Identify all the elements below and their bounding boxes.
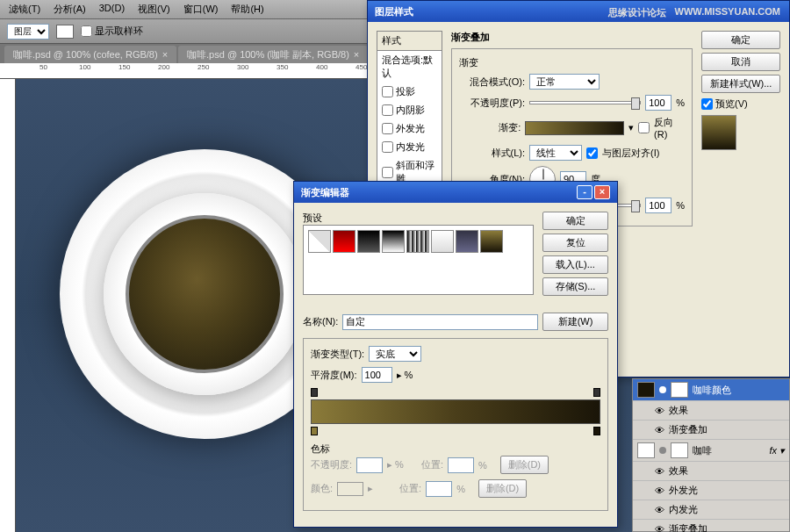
coffee-surface: [126, 215, 284, 373]
menu-window[interactable]: 窗口(W): [183, 3, 219, 16]
fx-row[interactable]: 👁 效果: [633, 462, 789, 481]
layer-coffee[interactable]: 咖啡 fx ▾: [633, 440, 789, 462]
stop-opacity-input: [356, 457, 383, 473]
preset-swatch[interactable]: [357, 230, 380, 253]
cancel-button[interactable]: 取消: [701, 53, 780, 71]
fx-badge[interactable]: fx ▾: [769, 445, 785, 457]
opacity-slider[interactable]: [529, 101, 641, 104]
preview-swatch: [701, 115, 736, 150]
opacity-stop[interactable]: [311, 388, 318, 397]
ge-reset-button[interactable]: 复位: [542, 234, 608, 252]
link-icon: [659, 447, 666, 454]
dropper-icon[interactable]: [56, 25, 74, 39]
scale-input[interactable]: [645, 198, 672, 213]
gradient-bar[interactable]: [311, 399, 600, 424]
fx-inner-glow[interactable]: 👁 内发光: [633, 500, 789, 520]
stop-color-swatch: [337, 482, 363, 496]
menu-help[interactable]: 帮助(H): [231, 3, 263, 16]
gradient-editor-titlebar[interactable]: 渐变编辑器 -×: [294, 182, 617, 203]
color-stop[interactable]: [593, 427, 600, 435]
delete-stop-button: 删除(D): [500, 456, 549, 474]
close-icon[interactable]: ×: [162, 49, 168, 60]
ge-load-button[interactable]: 载入(L)...: [542, 255, 608, 274]
gradient-name-input[interactable]: [342, 314, 538, 330]
tab-doc2[interactable]: 咖啡.psd @ 100% (咖啡 副本, RGB/8)×: [178, 46, 368, 63]
fx-outer-glow[interactable]: 👁 外发光: [633, 481, 789, 500]
menu-3d[interactable]: 3D(D): [99, 3, 125, 16]
show-sample-ring[interactable]: 显示取样环: [81, 25, 143, 38]
opacity-input[interactable]: [645, 95, 672, 111]
gradient-style-select[interactable]: 线性: [529, 145, 582, 161]
layer-thumb-icon: [637, 442, 655, 458]
ge-new-button[interactable]: 新建(W): [542, 313, 608, 331]
style-outer-glow[interactable]: 外发光: [377, 119, 442, 138]
stop-position-input: [448, 457, 474, 473]
minimize-icon[interactable]: -: [577, 185, 592, 199]
gradient-presets: [303, 225, 534, 295]
smoothness-input[interactable]: [362, 367, 392, 383]
tab-doc1[interactable]: 咖啡.psd @ 100% (cofee, RGB/8)×: [4, 46, 176, 63]
new-style-button[interactable]: 新建样式(W)...: [701, 75, 780, 93]
blend-mode-select[interactable]: 正常: [529, 74, 600, 90]
gradient-type-select[interactable]: 实底: [369, 346, 421, 362]
menu-filter[interactable]: 滤镜(T): [9, 3, 40, 16]
align-checkbox[interactable]: [586, 147, 598, 159]
ruler-vertical: [0, 79, 16, 532]
layers-panel: 咖啡颜色 👁 效果 👁 渐变叠加 咖啡 fx ▾ 👁 效果 👁 外发光 👁 内发…: [632, 378, 790, 532]
gradient-editor-dialog: 渐变编辑器 -× 预设 确定 复位 载入(L)...: [293, 181, 618, 528]
stop-position-input2: [426, 481, 452, 497]
preset-swatch[interactable]: [431, 230, 454, 253]
reverse-checkbox[interactable]: [638, 122, 650, 133]
close-icon[interactable]: ×: [594, 185, 610, 199]
preset-swatch[interactable]: [382, 230, 405, 253]
fx-gradient-overlay[interactable]: 👁 渐变叠加: [633, 421, 789, 440]
gradient-swatch[interactable]: [525, 121, 624, 135]
blend-options[interactable]: 混合选项:默认: [377, 51, 442, 83]
ge-ok-button[interactable]: 确定: [542, 212, 608, 230]
style-inner-shadow[interactable]: 内阴影: [377, 101, 442, 119]
layer-coffee-color[interactable]: 咖啡颜色: [633, 379, 789, 401]
preset-swatch[interactable]: [308, 230, 331, 253]
style-drop-shadow[interactable]: 投影: [377, 83, 442, 101]
color-stop[interactable]: [311, 427, 318, 435]
close-icon[interactable]: ×: [354, 49, 359, 60]
layer-select[interactable]: 图层: [7, 24, 49, 40]
mask-thumb-icon: [671, 442, 688, 458]
sample-ring-checkbox[interactable]: [81, 25, 92, 37]
delete-stop-button2: 删除(D): [478, 479, 527, 498]
preset-swatch[interactable]: [333, 230, 356, 253]
preset-swatch[interactable]: [480, 230, 503, 253]
fx-row[interactable]: 👁 效果: [633, 401, 789, 421]
mask-thumb-icon: [671, 382, 688, 398]
style-inner-glow[interactable]: 内发光: [377, 138, 442, 156]
section-title: 渐变叠加: [451, 31, 693, 44]
styles-header: 样式: [377, 32, 442, 51]
preset-swatch[interactable]: [406, 230, 429, 253]
fx-gradient-overlay2[interactable]: 👁 渐变叠加: [633, 520, 789, 532]
preview-checkbox[interactable]: [701, 98, 713, 110]
preset-swatch[interactable]: [456, 230, 478, 253]
link-icon: [659, 386, 666, 393]
menu-analyze[interactable]: 分析(A): [54, 3, 86, 16]
layer-thumb-icon: [637, 382, 655, 398]
opacity-stop[interactable]: [593, 388, 600, 397]
ok-button[interactable]: 确定: [701, 31, 780, 49]
menu-view[interactable]: 视图(V): [138, 3, 170, 16]
ge-save-button[interactable]: 存储(S)...: [542, 277, 608, 296]
layer-style-titlebar[interactable]: 图层样式 思缘设计论坛WWW.MISSYUAN.COM: [368, 1, 789, 22]
